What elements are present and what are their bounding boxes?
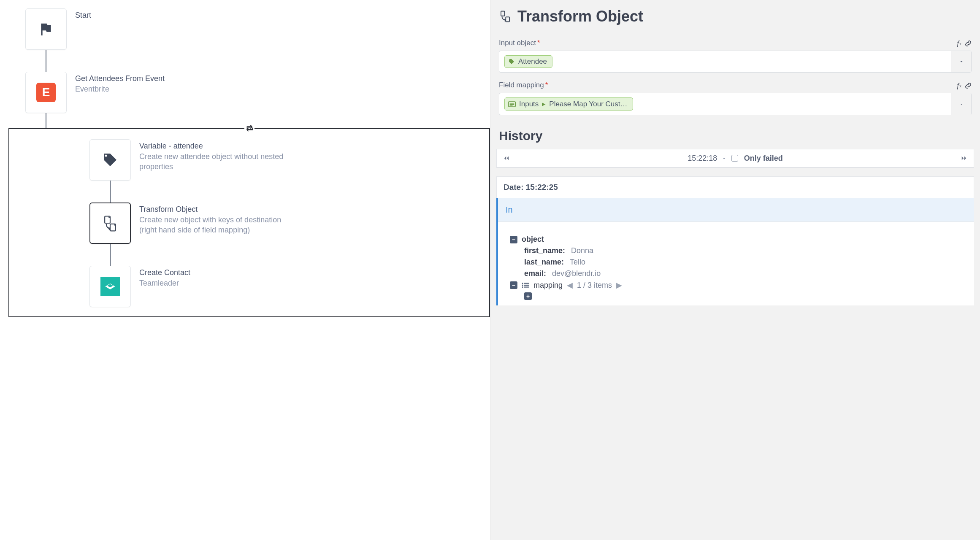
input-object-field[interactable]: Attendee: [499, 51, 972, 73]
field-mapping-label: Field mapping*: [499, 81, 548, 89]
collapse-icon[interactable]: [510, 281, 517, 289]
connector: [46, 50, 46, 72]
node-variable-title: Variable - attendee: [139, 142, 300, 151]
app-root: Start E Get Attendees From Event Eventbr…: [0, 0, 980, 540]
tree-last-name: last_name: Tello: [524, 256, 966, 268]
workflow-canvas[interactable]: Start E Get Attendees From Event Eventbr…: [0, 0, 490, 540]
input-object-label: Input object*: [499, 39, 540, 47]
node-transform-sub: Create new object with keys of destinati…: [139, 215, 300, 235]
node-create-contact[interactable]: Create Contact Teamleader: [89, 266, 472, 307]
history-heading: History: [490, 121, 980, 149]
connector: [110, 244, 111, 266]
field-mapping-dropdown[interactable]: [951, 93, 971, 115]
pager-next[interactable]: ▶: [616, 281, 622, 290]
pager-text: 1 / 3 items: [577, 281, 612, 290]
node-start-title: Start: [75, 11, 91, 20]
node-create-contact-title: Create Contact: [139, 268, 190, 277]
pager-prev[interactable]: ◀: [567, 281, 573, 290]
properties-panel: Transform Object Input object* fx: [490, 0, 980, 540]
expand-icon[interactable]: [524, 292, 532, 300]
field-mapping-chip[interactable]: Inputs ▸ Please Map Your Cust…: [504, 97, 633, 111]
svg-rect-3: [506, 17, 509, 22]
tree-add[interactable]: [524, 291, 966, 301]
flag-icon: [38, 21, 54, 38]
input-object-dropdown[interactable]: [951, 51, 971, 72]
tree-email: email: dev@blendr.io: [524, 268, 966, 279]
panel-title: Transform Object: [517, 8, 643, 25]
collapse-icon[interactable]: [510, 236, 517, 243]
tree-mapping[interactable]: mapping ◀ 1 / 3 items ▶: [510, 279, 966, 291]
node-variable[interactable]: Variable - attendee Create new attendee …: [89, 139, 472, 181]
tree-first-name: first_name: Donna: [524, 245, 966, 256]
input-object-chip[interactable]: Attendee: [504, 55, 552, 68]
svg-point-12: [522, 286, 523, 288]
node-transform[interactable]: Transform Object Create new object with …: [89, 202, 472, 244]
svg-rect-2: [501, 11, 505, 16]
link-icon[interactable]: [965, 40, 972, 47]
loop-container: Variable - attendee Create new attendee …: [8, 128, 490, 317]
link-icon[interactable]: [965, 82, 972, 89]
node-get-attendees-sub: Eventbrite: [75, 84, 165, 94]
transform-icon: [101, 214, 119, 232]
form-icon: [508, 101, 516, 107]
history-date: Date: 15:22:25: [496, 176, 974, 198]
node-start[interactable]: Start: [25, 8, 490, 50]
svg-rect-11: [524, 285, 529, 286]
tag-icon: [102, 151, 119, 168]
node-get-attendees-title: Get Attendees From Event: [75, 74, 165, 83]
history-in-label: In: [498, 198, 974, 222]
only-failed-checkbox[interactable]: [731, 155, 738, 162]
history-dash: -: [723, 154, 725, 162]
history-toolbar: 15:22:18 - Only failed: [496, 149, 974, 168]
node-get-attendees[interactable]: E Get Attendees From Event Eventbrite: [25, 72, 490, 113]
node-transform-title: Transform Object: [139, 205, 300, 214]
history-next-button[interactable]: [959, 154, 969, 163]
eventbrite-icon: E: [36, 83, 56, 102]
connector: [110, 181, 111, 202]
loop-icon: [244, 124, 254, 132]
fx-icon[interactable]: fx: [957, 40, 961, 47]
field-mapping-field[interactable]: Inputs ▸ Please Map Your Cust…: [499, 93, 972, 115]
list-icon: [522, 282, 529, 289]
tag-icon: [508, 58, 515, 65]
node-create-contact-sub: Teamleader: [139, 278, 190, 288]
history-time: 15:22:18: [688, 154, 717, 163]
only-failed-label: Only failed: [744, 154, 783, 163]
teamleader-icon: [100, 277, 120, 296]
fx-icon[interactable]: fx: [957, 82, 961, 89]
svg-point-8: [522, 283, 523, 284]
tree-object[interactable]: object: [510, 234, 966, 245]
panel-header: Transform Object: [490, 0, 980, 36]
node-variable-sub: Create new attendee object without neste…: [139, 151, 300, 172]
transform-icon: [499, 10, 512, 23]
svg-rect-9: [524, 283, 529, 284]
history-in-block: In object first_name: Donna last_name: T…: [496, 198, 974, 305]
svg-rect-13: [524, 286, 529, 287]
history-tree: object first_name: Donna last_name: Tell…: [498, 222, 974, 305]
svg-point-10: [522, 285, 523, 286]
history-prev-button[interactable]: [502, 154, 511, 163]
connector: [46, 113, 46, 128]
